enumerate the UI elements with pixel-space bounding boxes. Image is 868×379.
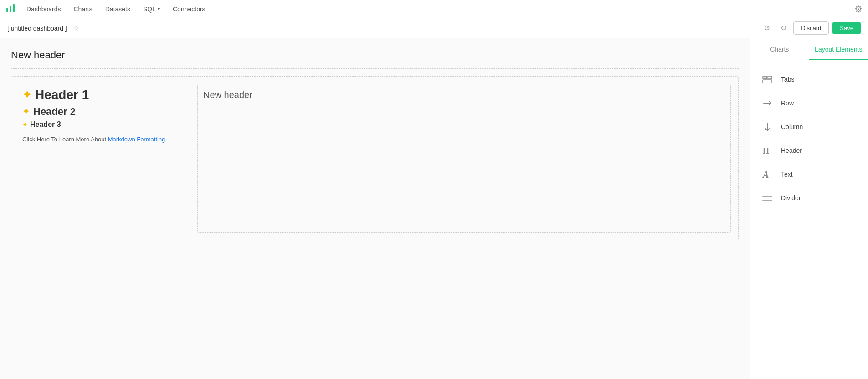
- element-column[interactable]: Column: [750, 115, 868, 139]
- svg-rect-5: [763, 80, 772, 83]
- nav-sql[interactable]: SQL ▾: [138, 0, 165, 18]
- dashboard-toolbar: [ untitled dashboard ] ☆ ↺ ↻ Discard Sav…: [0, 18, 868, 38]
- nav-dashboards[interactable]: Dashboards: [21, 0, 67, 18]
- markdown-link-text: Click Here To Learn More About Markdown …: [22, 136, 188, 143]
- element-divider[interactable]: Divider: [750, 186, 868, 210]
- canvas-header-title: New header: [11, 49, 739, 61]
- element-text[interactable]: A Text: [750, 162, 868, 186]
- right-sidebar: Charts Layout Elements Tabs: [750, 38, 868, 379]
- element-column-label: Column: [781, 123, 803, 130]
- dashboard-title[interactable]: [ untitled dashboard ]: [7, 25, 67, 32]
- undo-button[interactable]: ↺: [760, 22, 773, 35]
- svg-rect-2: [13, 4, 15, 12]
- svg-rect-3: [763, 76, 767, 79]
- nav-charts[interactable]: Charts: [68, 0, 98, 18]
- element-divider-label: Divider: [781, 194, 801, 202]
- redo-button[interactable]: ↻: [777, 22, 790, 35]
- header-input-panel[interactable]: New header: [197, 84, 731, 233]
- sparkle-h3-icon: ✦: [22, 121, 27, 128]
- nav-connectors[interactable]: Connectors: [167, 0, 211, 18]
- header-input-text: New header: [203, 90, 252, 100]
- element-header[interactable]: H Header: [750, 139, 868, 162]
- element-text-label: Text: [781, 171, 793, 178]
- canvas-separator: [11, 68, 739, 69]
- svg-text:A: A: [762, 170, 769, 180]
- element-row[interactable]: Row: [750, 91, 868, 115]
- row-icon: [761, 97, 774, 109]
- tab-layout-elements[interactable]: Layout Elements: [809, 38, 868, 60]
- markdown-h1: ✦ Header 1: [22, 88, 188, 102]
- sparkle-h1-icon: ✦: [22, 88, 31, 101]
- app-logo-icon: [5, 3, 15, 15]
- text-icon: A: [761, 168, 774, 181]
- main-container: New header ✦ Header 1 ✦ Header 2 ✦ Heade…: [0, 38, 868, 379]
- element-tabs[interactable]: Tabs: [750, 67, 868, 91]
- markdown-h3: ✦ Header 3: [22, 120, 188, 129]
- save-button[interactable]: Save: [832, 22, 861, 34]
- element-tabs-label: Tabs: [781, 76, 795, 83]
- markdown-h2: ✦ Header 2: [22, 106, 188, 118]
- markdown-panel: ✦ Header 1 ✦ Header 2 ✦ Header 3 Click H…: [19, 84, 192, 233]
- header-icon: H: [761, 144, 774, 157]
- element-header-label: Header: [781, 147, 802, 154]
- canvas-area: New header ✦ Header 1 ✦ Header 2 ✦ Heade…: [0, 38, 750, 379]
- nav-datasets[interactable]: Datasets: [100, 0, 136, 18]
- star-icon[interactable]: ☆: [73, 25, 79, 32]
- tab-charts[interactable]: Charts: [750, 38, 809, 60]
- svg-rect-4: [768, 76, 772, 79]
- row-container: ✦ Header 1 ✦ Header 2 ✦ Header 3 Click H…: [11, 76, 739, 240]
- settings-icon[interactable]: ⚙: [854, 4, 863, 15]
- element-row-label: Row: [781, 99, 794, 107]
- top-nav: Dashboards Charts Datasets SQL ▾ Connect…: [0, 0, 868, 18]
- divider-icon: [761, 192, 774, 204]
- discard-button[interactable]: Discard: [793, 21, 829, 35]
- tabs-icon: [761, 73, 774, 86]
- column-icon: [761, 120, 774, 133]
- sparkle-h2-icon: ✦: [22, 107, 30, 117]
- markdown-formatting-link[interactable]: Markdown Formatting: [108, 136, 165, 143]
- sidebar-tabs: Charts Layout Elements: [750, 38, 868, 60]
- svg-text:H: H: [763, 146, 769, 156]
- svg-rect-1: [10, 6, 11, 12]
- chevron-down-icon: ▾: [158, 0, 160, 18]
- sidebar-elements: Tabs Row Column: [750, 60, 868, 217]
- svg-rect-0: [6, 8, 8, 12]
